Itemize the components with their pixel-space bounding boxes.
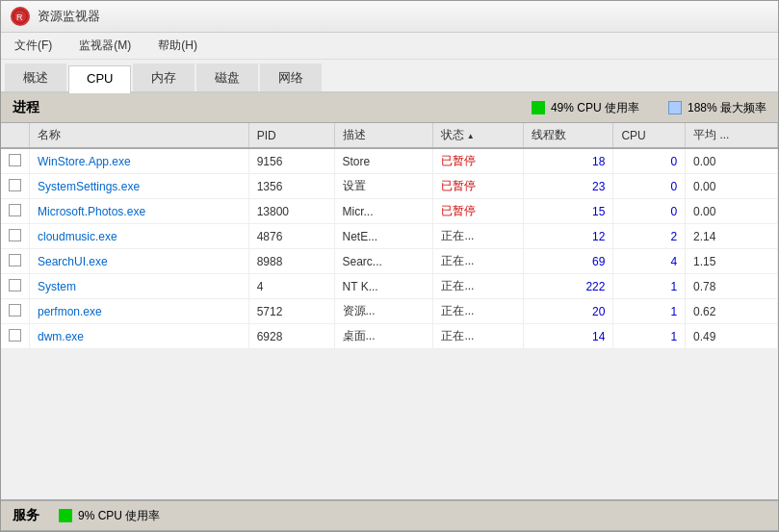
process-status: 正在...	[433, 299, 523, 324]
process-avg: 0.00	[686, 199, 778, 224]
tab-bar: 概述 CPU 内存 磁盘 网络	[1, 60, 778, 93]
process-status: 已暂停	[433, 199, 523, 224]
process-name[interactable]: System	[30, 274, 249, 299]
col-avg[interactable]: 平均 ...	[686, 123, 778, 148]
col-checkbox	[1, 123, 30, 148]
col-name[interactable]: 名称	[30, 123, 249, 148]
services-cpu-stat: 9% CPU 使用率	[59, 508, 160, 524]
process-name[interactable]: cloudmusic.exe	[30, 224, 249, 249]
process-name[interactable]: SearchUI.exe	[30, 249, 249, 274]
process-cpu: 0	[613, 148, 686, 174]
row-checkbox[interactable]	[1, 224, 30, 249]
checkbox-icon[interactable]	[9, 279, 21, 291]
process-threads: 14	[523, 324, 612, 349]
process-stats: 49% CPU 使用率 188% 最大频率	[532, 100, 766, 116]
process-desc: 桌面...	[334, 324, 433, 349]
cpu-usage-label: 49% CPU 使用率	[551, 100, 639, 116]
process-status: 正在...	[433, 274, 523, 299]
tab-network[interactable]: 网络	[260, 63, 322, 91]
row-checkbox[interactable]	[1, 274, 30, 299]
process-pid: 4876	[248, 224, 334, 249]
process-avg: 1.15	[686, 249, 778, 274]
process-desc: NetE...	[334, 224, 433, 249]
tab-disk[interactable]: 磁盘	[196, 63, 258, 91]
menu-help[interactable]: 帮助(H)	[154, 36, 201, 56]
row-checkbox[interactable]	[1, 249, 30, 274]
col-desc[interactable]: 描述	[334, 123, 433, 148]
process-name[interactable]: Microsoft.Photos.exe	[30, 199, 249, 224]
main-content: 进程 49% CPU 使用率 188% 最大频率 名称	[1, 93, 778, 531]
process-pid: 1356	[248, 174, 334, 199]
green-indicator-icon	[532, 101, 545, 114]
row-checkbox[interactable]	[1, 299, 30, 324]
table-row[interactable]: WinStore.App.exe9156Store已暂停1800.00	[1, 148, 778, 174]
row-checkbox[interactable]	[1, 174, 30, 199]
process-status: 已暂停	[433, 148, 523, 174]
table-row[interactable]: Microsoft.Photos.exe13800Micr...已暂停1500.…	[1, 199, 778, 224]
process-desc: 设置	[334, 174, 433, 199]
process-status: 正在...	[433, 324, 523, 349]
process-table-container[interactable]: 名称 PID 描述 状态 线程数 CPU 平均 ... WinStore.App…	[1, 123, 778, 499]
max-freq-label: 188% 最大频率	[688, 100, 766, 116]
table-row[interactable]: cloudmusic.exe4876NetE...正在...1222.14	[1, 224, 778, 249]
process-cpu: 0	[613, 174, 686, 199]
process-pid: 9156	[248, 148, 334, 174]
process-pid: 8988	[248, 249, 334, 274]
process-name[interactable]: dwm.exe	[30, 324, 249, 349]
process-table: 名称 PID 描述 状态 线程数 CPU 平均 ... WinStore.App…	[1, 123, 778, 349]
row-checkbox[interactable]	[1, 324, 30, 349]
process-pid: 6928	[248, 324, 334, 349]
process-name[interactable]: perfmon.exe	[30, 299, 249, 324]
process-threads: 12	[523, 224, 612, 249]
checkbox-icon[interactable]	[9, 304, 21, 317]
title-bar: R 资源监视器	[1, 1, 778, 33]
row-checkbox[interactable]	[1, 148, 30, 174]
menu-monitor[interactable]: 监视器(M)	[75, 36, 135, 56]
process-threads: 18	[523, 148, 612, 174]
checkbox-icon[interactable]	[9, 229, 21, 241]
checkbox-icon[interactable]	[9, 179, 21, 191]
row-checkbox[interactable]	[1, 199, 30, 224]
process-threads: 20	[523, 299, 612, 324]
process-desc: NT K...	[334, 274, 433, 299]
process-name[interactable]: WinStore.App.exe	[30, 148, 249, 174]
process-avg: 0.00	[686, 148, 778, 174]
checkbox-icon[interactable]	[9, 254, 21, 266]
window-title: 资源监视器	[38, 8, 100, 25]
services-section-header: 服务 9% CPU 使用率	[1, 499, 778, 531]
process-cpu: 1	[613, 299, 686, 324]
table-row[interactable]: dwm.exe6928桌面...正在...1410.49	[1, 324, 778, 349]
checkbox-icon[interactable]	[9, 154, 21, 166]
process-desc: Store	[334, 148, 433, 174]
table-row[interactable]: SystemSettings.exe1356设置已暂停2300.00	[1, 174, 778, 199]
process-section-title: 进程	[13, 99, 39, 116]
process-desc: Micr...	[334, 199, 433, 224]
table-row[interactable]: SearchUI.exe8988Searc...正在...6941.15	[1, 249, 778, 274]
tab-cpu[interactable]: CPU	[68, 65, 131, 93]
blue-indicator-icon	[668, 101, 682, 114]
process-name[interactable]: SystemSettings.exe	[30, 174, 249, 199]
process-threads: 69	[523, 249, 612, 274]
process-status: 已暂停	[433, 174, 523, 199]
process-cpu: 4	[613, 249, 686, 274]
tab-overview[interactable]: 概述	[5, 63, 66, 91]
max-freq-stat: 188% 最大频率	[668, 100, 766, 116]
process-status: 正在...	[433, 224, 523, 249]
process-avg: 0.49	[686, 324, 778, 349]
process-threads: 15	[523, 199, 612, 224]
table-row[interactable]: perfmon.exe5712资源...正在...2010.62	[1, 299, 778, 324]
col-status[interactable]: 状态	[433, 123, 523, 148]
col-pid[interactable]: PID	[248, 123, 334, 148]
checkbox-icon[interactable]	[9, 329, 21, 342]
process-avg: 2.14	[686, 224, 778, 249]
process-avg: 0.78	[686, 274, 778, 299]
col-cpu[interactable]: CPU	[613, 123, 686, 148]
tab-memory[interactable]: 内存	[133, 63, 195, 91]
menu-file[interactable]: 文件(F)	[11, 36, 56, 56]
process-section-header: 进程 49% CPU 使用率 188% 最大频率	[1, 93, 778, 123]
col-threads[interactable]: 线程数	[523, 123, 612, 148]
cpu-usage-stat: 49% CPU 使用率	[532, 100, 639, 116]
table-row[interactable]: System4NT K...正在...22210.78	[1, 274, 778, 299]
process-cpu: 0	[613, 199, 686, 224]
checkbox-icon[interactable]	[9, 204, 21, 216]
